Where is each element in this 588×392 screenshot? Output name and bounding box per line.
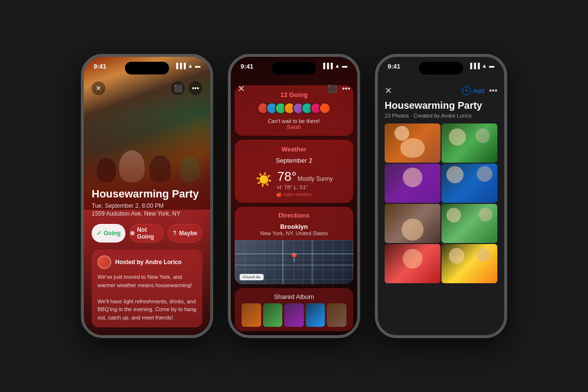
status-time-2: 9:41 [241, 63, 253, 70]
photo-1[interactable] [385, 123, 441, 163]
wifi-icon-2: ▲ [335, 63, 340, 69]
battery-icon-3: ▬ [489, 63, 494, 69]
shared-album-label: Shared Album [242, 293, 346, 300]
close-icon: ✕ [96, 84, 101, 92]
photo-5[interactable] [385, 204, 441, 243]
weather-source: 🍎 Apple Weather [242, 192, 346, 197]
rsvp-buttons: ✓ Going ⊗ Not Going ? Maybe [92, 224, 202, 243]
directions-location: Brooklyn [242, 223, 346, 230]
photo-6[interactable] [441, 204, 497, 243]
host-avatar [98, 255, 111, 269]
map-location-label: Church Av [240, 274, 264, 280]
photo-7[interactable] [385, 244, 441, 283]
weather-high-low: H: 78° L: 51° [277, 184, 333, 190]
status-time: 9:41 [94, 63, 106, 70]
host-header: Hosted by Andre Lorico [98, 255, 196, 269]
host-card: Hosted by Andre Lorico We've just moved … [92, 249, 202, 327]
photo-icon-2[interactable]: ⬛ [327, 84, 337, 94]
photo-3[interactable] [385, 164, 441, 203]
event-title: Housewarming Party [92, 188, 202, 200]
phone1-toolbar: ✕ ⬛ ••• [84, 81, 210, 95]
attendee-comment: Can't wait to be there! [242, 118, 346, 124]
going-button[interactable]: ✓ Going [92, 224, 125, 243]
close-button-3[interactable]: ✕ [385, 85, 392, 96]
album-thumb-5 [327, 303, 346, 327]
directions-sublocation: New York, NY, United States [242, 230, 346, 236]
more-button-2[interactable]: ••• [342, 84, 350, 93]
signal-icon-3: ▐▐▐ [468, 63, 480, 69]
sun-icon: ☀️ [255, 172, 272, 188]
weather-condition: Mostly Sunny [297, 175, 333, 182]
close-button-2[interactable]: ✕ [238, 83, 245, 94]
weather-temp: 78° [277, 169, 296, 184]
phone1-event-content: Housewarming Party Tue, September 2, 8:0… [84, 188, 210, 335]
wifi-icon: ▲ [188, 63, 193, 69]
toolbar-right-icons: ⬛ ••• [171, 81, 202, 95]
not-going-label: Not Going [137, 226, 164, 240]
attendee-avatars [242, 102, 346, 114]
weather-date: September 2 [242, 157, 346, 164]
host-name: Hosted by Andre Lorico [115, 259, 182, 266]
phone-1: 9:41 ▐▐▐ ▲ ▬ ✕ ⬛ ••• Housewarming Party … [81, 54, 213, 338]
phone-2: 9:41 ▐▐▐ ▲ ▬ ✕ ⬛ ••• 12 Going [228, 54, 360, 338]
ellipsis-icon: ••• [192, 84, 199, 92]
more-button-3[interactable]: ••• [489, 86, 497, 95]
weather-main: ☀️ 78° Mostly Sunny H: 78° L: 51° [242, 169, 346, 190]
directions-title: Directions [242, 212, 346, 219]
photo-4[interactable] [441, 164, 497, 203]
add-label: Add [473, 87, 484, 95]
album-thumb-3 [284, 303, 304, 327]
photo-icon-button[interactable]: ⬛ [171, 81, 185, 95]
photo-icon: ⬛ [174, 84, 182, 92]
directions-card: Directions Brooklyn New York, NY, United… [235, 207, 353, 284]
not-going-button[interactable]: ⊗ Not Going [129, 224, 164, 243]
more-button[interactable]: ••• [189, 81, 202, 95]
photo-2[interactable] [441, 123, 497, 163]
avatar-8 [319, 102, 331, 114]
photo-8[interactable] [441, 244, 497, 283]
album-thumb-1 [242, 303, 261, 327]
album-thumb-2 [263, 303, 283, 327]
weather-title: Weather [242, 146, 346, 153]
check-icon: ✓ [97, 230, 101, 237]
going-label: Going [104, 230, 121, 237]
comment-author: Sarah [242, 124, 346, 130]
map-view[interactable]: 📍 Church Av [235, 240, 353, 284]
album-meta: 23 Photos · Created by Andre Lorico [385, 113, 497, 119]
album-header: Housewarming Party 23 Photos · Created b… [378, 100, 504, 123]
event-address: 1559 Audubon Ave, New York, NY [92, 210, 202, 217]
album-title: Housewarming Party [385, 100, 497, 111]
host-description: We've just moved to New York, and warmer… [98, 273, 196, 321]
album-thumb-4 [306, 303, 325, 327]
dynamic-island-3 [419, 62, 463, 74]
phone3-toolbar: ✕ + Add ••• [378, 81, 504, 100]
signal-icon-2: ▐▐▐ [321, 63, 333, 69]
toolbar-right-3: + Add ••• [462, 86, 497, 95]
status-time-3: 9:41 [388, 63, 400, 70]
status-icons: ▐▐▐ ▲ ▬ [174, 63, 200, 69]
wifi-icon-3: ▲ [482, 63, 487, 69]
maybe-label: Maybe [179, 230, 197, 237]
add-circle-icon: + [462, 86, 471, 95]
battery-icon-2: ▬ [342, 63, 347, 69]
signal-icon: ▐▐▐ [174, 63, 186, 69]
photo-grid [378, 123, 504, 283]
battery-icon: ▬ [195, 63, 200, 69]
shared-album-section: Shared Album [235, 288, 353, 331]
close-button[interactable]: ✕ [92, 81, 105, 95]
album-thumbnail-strip [242, 303, 346, 327]
directions-header: Directions Brooklyn New York, NY, United… [235, 207, 353, 240]
phone2-event-detail: 12 Going Can't wait to be there! Sarah W… [231, 81, 357, 335]
phone-3: 9:41 ▐▐▐ ▲ ▬ ✕ + Add ••• Housewarming Pa… [375, 54, 507, 338]
question-icon: ? [173, 230, 176, 237]
dynamic-island [125, 62, 169, 74]
dynamic-island-2 [272, 62, 316, 74]
event-date: Tue, September 2, 8:00 PM [92, 202, 202, 209]
weather-card: Weather September 2 ☀️ 78° Mostly Sunny … [235, 140, 353, 203]
status-icons-3: ▐▐▐ ▲ ▬ [468, 63, 494, 69]
status-icons-2: ▐▐▐ ▲ ▬ [321, 63, 347, 69]
add-button[interactable]: + Add [462, 86, 484, 95]
x-icon: ⊗ [130, 230, 135, 237]
phone3-album-content: ✕ + Add ••• Housewarming Party 23 Photos… [378, 81, 504, 335]
maybe-button[interactable]: ? Maybe [168, 224, 202, 243]
